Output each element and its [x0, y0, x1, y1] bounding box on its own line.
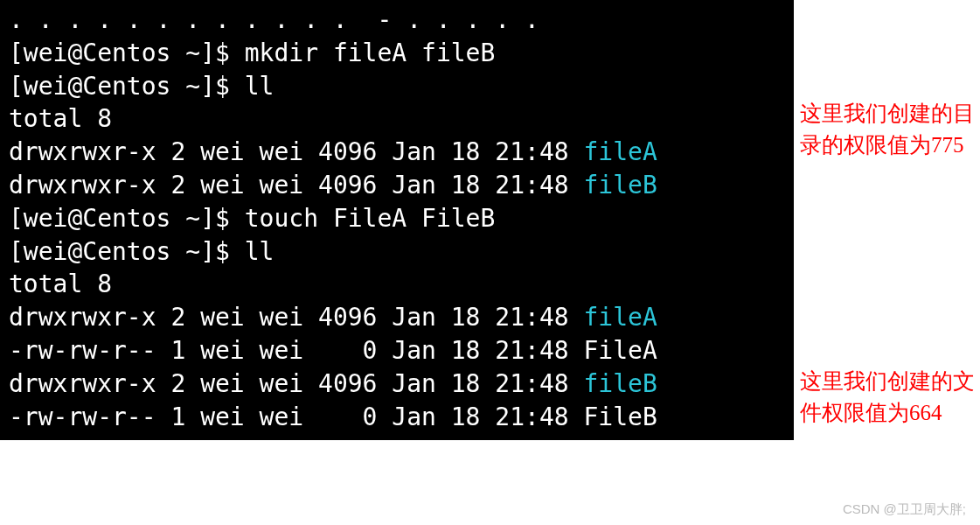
command-text: ll: [245, 237, 275, 266]
file-owner: wei: [200, 402, 245, 431]
prompt: [wei@Centos ~]$: [9, 38, 230, 67]
file-group: wei: [260, 171, 304, 200]
terminal-window[interactable]: . . . . . . . . . . . . - . . . . . [wei…: [0, 0, 794, 440]
command-text: mkdir fileA fileB: [245, 38, 496, 67]
file-owner: wei: [200, 171, 245, 200]
file-group: wei: [260, 369, 304, 398]
prompt: [wei@Centos ~]$: [9, 72, 230, 101]
file-group: wei: [260, 137, 304, 166]
file-name: FileB: [583, 402, 657, 431]
watermark-text: CSDN @卫卫周大胖;: [843, 501, 966, 518]
file-size: 0: [318, 402, 377, 431]
file-links: 2: [170, 171, 185, 200]
total-line: total 8: [9, 268, 785, 301]
file-links: 2: [170, 303, 185, 332]
file-perms: drwxrwxr-x: [9, 303, 156, 332]
file-perms: -rw-rw-r--: [9, 336, 156, 365]
command-text: touch FileA FileB: [245, 204, 496, 233]
terminal-line-cmd: [wei@Centos ~]$ mkdir fileA fileB: [9, 37, 785, 70]
prompt: [wei@Centos ~]$: [9, 237, 230, 266]
file-name: fileA: [583, 303, 657, 332]
command-text: ll: [245, 72, 275, 101]
file-date: Jan 18 21:48: [392, 303, 568, 332]
file-date: Jan 18 21:48: [392, 336, 568, 365]
ls-row: drwxrwxr-x 2 wei wei 4096 Jan 18 21:48 f…: [9, 136, 785, 169]
file-name: FileA: [583, 336, 657, 365]
file-perms: drwxrwxr-x: [9, 137, 156, 166]
file-name: fileB: [583, 171, 657, 200]
ls-row: -rw-rw-r-- 1 wei wei 0 Jan 18 21:48 File…: [9, 334, 785, 368]
file-name: fileA: [583, 137, 657, 166]
file-group: wei: [260, 336, 304, 365]
file-size: 4096: [318, 303, 377, 332]
file-size: 4096: [318, 137, 377, 166]
file-group: wei: [260, 303, 304, 332]
ls-row: drwxrwxr-x 2 wei wei 4096 Jan 18 21:48 f…: [9, 368, 785, 401]
annotation-dir-perms: 这里我们创建的目录的权限值为775: [800, 98, 975, 162]
ls-row: drwxrwxr-x 2 wei wei 4096 Jan 18 21:48 f…: [9, 169, 785, 202]
file-links: 1: [170, 402, 185, 431]
file-size: 0: [318, 336, 377, 365]
ls-row: -rw-rw-r-- 1 wei wei 0 Jan 18 21:48 File…: [9, 401, 785, 434]
file-date: Jan 18 21:48: [392, 369, 568, 398]
file-date: Jan 18 21:48: [392, 402, 568, 431]
file-size: 4096: [318, 369, 377, 398]
file-links: 1: [170, 336, 185, 365]
prompt: [wei@Centos ~]$: [9, 204, 230, 233]
terminal-line-cmd: [wei@Centos ~]$ ll: [9, 235, 785, 269]
annotation-file-perms: 这里我们创建的文件权限值为664: [800, 366, 975, 430]
file-group: wei: [260, 402, 304, 431]
file-owner: wei: [200, 137, 245, 166]
file-perms: drwxrwxr-x: [9, 369, 156, 398]
file-size: 4096: [318, 171, 377, 200]
file-owner: wei: [200, 336, 245, 365]
file-perms: drwxrwxr-x: [9, 171, 156, 200]
file-owner: wei: [200, 369, 245, 398]
ls-row: drwxrwxr-x 2 wei wei 4096 Jan 18 21:48 f…: [9, 301, 785, 334]
file-date: Jan 18 21:48: [392, 171, 568, 200]
terminal-fragment: . . . . . . . . . . . . - . . . . .: [9, 4, 785, 37]
file-name: fileB: [583, 369, 657, 398]
total-line: total 8: [9, 102, 785, 136]
file-links: 2: [170, 137, 185, 166]
file-owner: wei: [200, 303, 245, 332]
file-date: Jan 18 21:48: [392, 137, 568, 166]
terminal-line-cmd: [wei@Centos ~]$ ll: [9, 70, 785, 103]
file-links: 2: [170, 369, 185, 398]
file-perms: -rw-rw-r--: [9, 402, 156, 431]
terminal-line-cmd: [wei@Centos ~]$ touch FileA FileB: [9, 202, 785, 235]
